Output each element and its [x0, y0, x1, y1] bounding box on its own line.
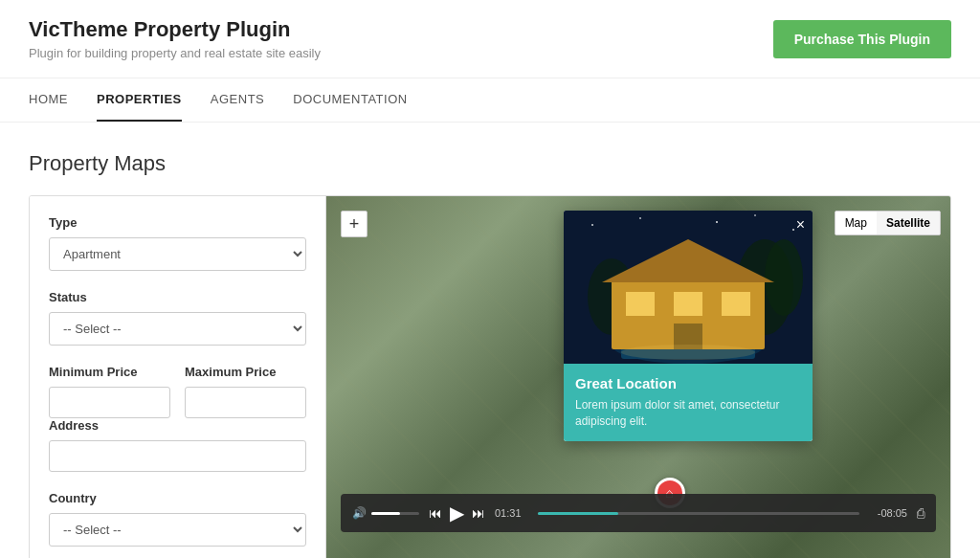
site-subtitle: Plugin for building property and real es…: [29, 46, 321, 60]
svg-rect-10: [722, 292, 750, 316]
popup-title: Great Location: [575, 375, 801, 391]
header-branding: VicTheme Property Plugin Plugin for buil…: [29, 17, 321, 60]
next-button[interactable]: ⏭: [472, 505, 485, 521]
svg-point-15: [716, 221, 718, 223]
country-label: Country: [49, 491, 306, 505]
popup-image: [564, 211, 813, 364]
property-popup: ×: [564, 211, 813, 441]
svg-rect-9: [674, 292, 702, 316]
nav-item-agents[interactable]: AGENTS: [211, 78, 264, 122]
min-price-group: Minimum Price: [49, 365, 170, 418]
volume-fill: [371, 512, 400, 515]
svg-point-14: [639, 217, 641, 219]
map-background: Map Satellite + ×: [326, 196, 950, 558]
nav-link-agents[interactable]: AGENTS: [211, 78, 264, 120]
status-label: Status: [49, 290, 306, 304]
max-price-label: Maximum Price: [185, 365, 306, 379]
max-price-group: Maximum Price: [185, 365, 306, 418]
main-nav: HOME PROPERTIES AGENTS DOCUMENTATION: [0, 78, 980, 123]
filter-type-group: Type Apartment House Commercial Land: [49, 215, 306, 271]
filter-address-group: Address: [49, 418, 306, 472]
min-price-input[interactable]: [49, 387, 170, 418]
media-player: 🔊 ⏮ ▶ ⏭ 01:31 -08:05 ⎙: [341, 494, 936, 532]
prev-button[interactable]: ⏮: [429, 505, 442, 521]
svg-point-13: [591, 224, 593, 226]
filter-status-group: Status -- Select -- For Sale For Rent So…: [49, 290, 306, 346]
type-label: Type: [49, 215, 306, 230]
max-price-input[interactable]: [185, 387, 306, 418]
media-progress-bar[interactable]: [538, 512, 859, 515]
nav-link-documentation[interactable]: DOCUMENTATION: [293, 78, 407, 120]
svg-point-12: [621, 345, 755, 360]
play-button[interactable]: ▶: [450, 502, 464, 525]
status-select[interactable]: -- Select -- For Sale For Rent Sold: [49, 312, 306, 346]
nav-item-properties[interactable]: PROPERTIES: [97, 78, 182, 122]
share-icon[interactable]: ⎙: [917, 505, 924, 521]
filter-sidebar: Type Apartment House Commercial Land Sta…: [30, 196, 326, 558]
price-row: Minimum Price Maximum Price: [49, 365, 306, 418]
svg-point-2: [765, 239, 803, 316]
media-progress-fill: [538, 512, 618, 515]
site-header: VicTheme Property Plugin Plugin for buil…: [0, 0, 980, 78]
volume-bar[interactable]: [371, 512, 419, 515]
address-input[interactable]: [49, 440, 306, 472]
time-end: -08:05: [869, 507, 907, 519]
country-select[interactable]: -- Select -- USA UK Australia: [49, 513, 306, 547]
nav-link-properties[interactable]: PROPERTIES: [97, 78, 182, 122]
volume-area: 🔊: [352, 506, 419, 520]
zoom-in-button[interactable]: +: [341, 211, 368, 237]
volume-icon: 🔊: [352, 506, 367, 520]
address-label: Address: [49, 418, 306, 433]
popup-description: Lorem ipsum dolor sit amet, consectetur …: [575, 397, 801, 430]
nav-item-home[interactable]: HOME: [29, 78, 68, 122]
filter-country-group: Country -- Select -- USA UK Australia: [49, 491, 306, 547]
nav-link-home[interactable]: HOME: [29, 78, 68, 120]
nav-item-documentation[interactable]: DOCUMENTATION: [293, 78, 407, 122]
type-select[interactable]: Apartment House Commercial Land: [49, 237, 306, 271]
popup-close-button[interactable]: ×: [796, 216, 805, 234]
map-tab-satellite[interactable]: Satellite: [877, 212, 940, 234]
map-tab-map[interactable]: Map: [835, 212, 877, 234]
svg-rect-8: [626, 292, 655, 316]
min-price-label: Minimum Price: [49, 365, 170, 379]
svg-point-16: [754, 214, 756, 216]
property-map-container: Type Apartment House Commercial Land Sta…: [29, 195, 951, 558]
site-title: VicTheme Property Plugin: [29, 17, 321, 42]
popup-info: Great Location Lorem ipsum dolor sit ame…: [564, 364, 813, 441]
main-content: Property Maps Type Apartment House Comme…: [0, 123, 980, 558]
map-tab-controls: Map Satellite: [835, 211, 941, 235]
page-title: Property Maps: [29, 151, 951, 176]
time-start: 01:31: [495, 507, 528, 519]
svg-point-17: [792, 229, 794, 231]
media-controls: ⏮ ▶ ⏭: [429, 502, 485, 525]
map-area[interactable]: Map Satellite + ×: [326, 196, 950, 558]
popup-image-svg: [564, 211, 813, 364]
purchase-button[interactable]: Purchase This Plugin: [773, 20, 951, 58]
